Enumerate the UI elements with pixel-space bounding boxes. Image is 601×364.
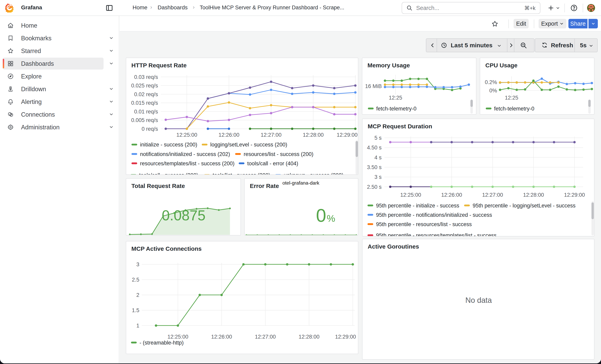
- svg-text:12:25:00: 12:25:00: [167, 334, 188, 340]
- svg-text:0.0875: 0.0875: [162, 207, 206, 223]
- svg-text:12:28:00: 12:28:00: [523, 192, 544, 198]
- svg-text:0.01 req/s: 0.01 req/s: [134, 109, 158, 115]
- svg-text:%: %: [327, 213, 335, 224]
- svg-text:12:29:00: 12:29:00: [335, 334, 356, 340]
- svg-text:2: 2: [136, 292, 139, 298]
- svg-text:2.50 s: 2.50 s: [367, 184, 381, 190]
- svg-text:3.50 s: 3.50 s: [367, 164, 381, 170]
- svg-text:resources/list - success (200): resources/list - success (200): [244, 151, 313, 157]
- svg-text:0.005 req/s: 0.005 req/s: [131, 117, 158, 123]
- svg-text:0.015 req/s: 0.015 req/s: [131, 100, 158, 106]
- svg-text:unknown - success (200): unknown - success (200): [284, 172, 343, 175]
- svg-text:fetch-telemetry-0: fetch-telemetry-0: [376, 106, 417, 112]
- svg-text:16 MiB: 16 MiB: [365, 83, 382, 89]
- svg-text:tools/call - error (404): tools/call - error (404): [247, 160, 298, 167]
- svg-text:12:25:00: 12:25:00: [176, 132, 197, 138]
- svg-text:12:26:00: 12:26:00: [218, 132, 239, 138]
- svg-text:tools/call - success (200): tools/call - success (200): [139, 172, 198, 175]
- svg-text:2.5: 2.5: [132, 277, 139, 283]
- svg-text:95th percentile - logging/setL: 95th percentile - logging/setLevel - suc…: [473, 203, 576, 209]
- svg-text:12:27:00: 12:27:00: [482, 192, 503, 198]
- svg-text:12:25:00: 12:25:00: [400, 192, 421, 198]
- svg-text:12:26:00: 12:26:00: [441, 192, 462, 198]
- svg-text:12:27:00: 12:27:00: [260, 132, 281, 138]
- svg-text:notifications/initialized - su: notifications/initialized - success (202…: [140, 151, 230, 157]
- svg-text:95th percentile - resources/li: 95th percentile - resources/list - succe…: [376, 221, 472, 227]
- svg-text:- (streamable-http): - (streamable-http): [140, 340, 184, 345]
- svg-text:12:28:00: 12:28:00: [303, 132, 324, 138]
- svg-text:4 s: 4 s: [374, 155, 381, 160]
- svg-text:12:25: 12:25: [389, 95, 402, 101]
- svg-text:3 s: 3 s: [374, 174, 381, 180]
- svg-text:12:26:00: 12:26:00: [211, 334, 232, 340]
- svg-text:tools/list - success (200): tools/list - success (200): [213, 172, 270, 175]
- svg-text:4.50 s: 4.50 s: [367, 145, 381, 151]
- svg-text:95th percentile - notification: 95th percentile - notifications/initiali…: [376, 212, 492, 218]
- svg-text:12:27:00: 12:27:00: [255, 334, 276, 340]
- svg-text:12:25: 12:25: [505, 95, 518, 101]
- svg-text:resources/templates/list - suc: resources/templates/list - success (200): [140, 160, 234, 167]
- svg-text:5 s: 5 s: [374, 135, 381, 141]
- svg-text:12:29:00: 12:29:00: [337, 132, 358, 138]
- svg-text:initialize - success (200): initialize - success (200): [140, 142, 197, 148]
- svg-text:0.025 req/s: 0.025 req/s: [131, 83, 158, 89]
- svg-text:logging/setLevel - success (20: logging/setLevel - success (200): [210, 142, 287, 148]
- svg-text:1: 1: [136, 323, 139, 329]
- svg-text:0.02 req/s: 0.02 req/s: [134, 91, 158, 97]
- svg-text:fetch-telemetry-0: fetch-telemetry-0: [494, 106, 534, 112]
- svg-text:1.5: 1.5: [132, 307, 139, 313]
- svg-text:0.03 req/s: 0.03 req/s: [134, 74, 158, 80]
- svg-text:0: 0: [316, 205, 326, 226]
- svg-text:0.2%: 0.2%: [485, 79, 497, 85]
- svg-text:0 req/s: 0 req/s: [141, 126, 158, 132]
- svg-text:12:29:00: 12:29:00: [564, 192, 585, 198]
- svg-text:95th percentile - resources/te: 95th percentile - resources/templates/li…: [376, 232, 496, 236]
- svg-text:0%: 0%: [489, 88, 497, 94]
- svg-text:95th percentile - initialize -: 95th percentile - initialize - success: [376, 203, 459, 209]
- svg-text:3: 3: [136, 261, 139, 267]
- svg-text:12:28:00: 12:28:00: [299, 334, 319, 340]
